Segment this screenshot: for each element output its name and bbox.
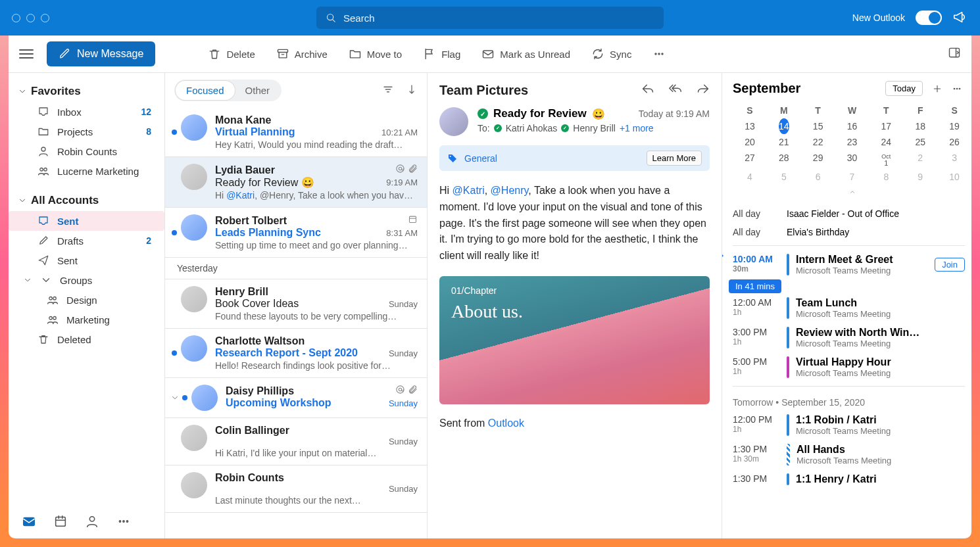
reply-all-icon[interactable] [669,82,682,98]
svg-point-9 [44,168,47,172]
calendar-day[interactable]: 24 [869,134,903,150]
sidebar-item-design[interactable]: Design [9,290,164,310]
calendar-day[interactable]: 4 [733,169,767,185]
signature-link[interactable]: Outlook [488,417,524,429]
window-controls[interactable] [12,14,49,22]
calendar-day[interactable]: 13 [733,118,767,134]
sidebar-item-sent[interactable]: Sent [9,211,164,231]
people-nav-icon[interactable] [85,514,99,531]
calendar-day[interactable]: 8 [869,169,903,185]
mention[interactable]: @Henry [491,185,529,196]
sidebar-item-inbox[interactable]: Inbox12 [9,102,164,122]
calendar-day[interactable]: 2 [903,150,937,169]
calendar-day[interactable]: 29 [801,150,835,169]
calendar-day[interactable]: 27 [733,150,767,169]
sidebar-item-robin-counts[interactable]: Robin Counts [9,141,164,161]
mark-unread-button[interactable]: Mark as Unread [478,47,574,61]
calendar-options-icon[interactable] [952,83,962,94]
more-recipients[interactable]: +1 more [620,123,654,133]
add-event-icon[interactable] [932,83,943,94]
allday-event[interactable]: All dayElvia's Birthday [733,223,965,241]
calendar-day[interactable]: 17 [869,118,903,134]
agenda-event[interactable]: 10:00 AM30mIntern Meet & GreetMicrosoft … [733,250,965,279]
join-button[interactable]: Join [935,258,965,272]
filter-icon[interactable] [382,83,394,98]
agenda-event[interactable]: 12:00 AM1hTeam LunchMicrosoft Teams Meet… [733,293,965,323]
mail-nav-icon[interactable] [22,514,36,531]
calendar-day[interactable]: 3 [937,150,971,169]
feedback-icon[interactable] [952,10,967,26]
flag-button[interactable]: Flag [419,47,464,61]
search-input[interactable]: Search [316,7,664,29]
calendar-day[interactable]: 22 [801,134,835,150]
message-item[interactable]: Robert TolbertLeads Planning Sync8:31 AM… [165,208,427,258]
favorites-section[interactable]: Favorites [9,81,164,102]
message-item[interactable]: Charlotte WaltsonResearch Report - Sept … [165,329,427,378]
tab-focused[interactable]: Focused [176,81,235,100]
more-nav-icon[interactable] [116,514,131,531]
today-button[interactable]: Today [885,81,923,96]
calendar-day[interactable]: Oct1 [869,150,903,169]
agenda-event[interactable]: 1:30 PM1h 30mAll HandsMicrosoft Teams Me… [733,440,965,469]
reply-icon[interactable] [641,82,654,98]
message-item[interactable]: Mona KaneVirtual Planning10:21 AMHey Kat… [165,108,427,157]
calendar-day[interactable]: 6 [801,169,835,185]
new-outlook-toggle[interactable] [916,11,942,25]
panel-toggle-icon[interactable] [948,46,961,62]
calendar-day[interactable]: 25 [903,134,937,150]
sidebar-item-projects[interactable]: Projects8 [9,122,164,141]
sidebar-item-lucerne-marketing[interactable]: Lucerne Marketing [9,161,164,181]
calendar-day[interactable]: 15 [801,118,835,134]
message-item[interactable]: Daisy PhillipsUpcoming WorkshopSunday [165,378,427,418]
forward-icon[interactable] [697,82,710,98]
message-item[interactable]: Colin BallingerSundayHi Katri, I'd like … [165,418,427,465]
calendar-day[interactable]: 7 [835,169,870,185]
sidebar-item-groups[interactable]: Groups [9,270,164,290]
calendar-day[interactable]: 5 [767,169,801,185]
calendar-day[interactable]: 14 [767,118,801,134]
calendar-day[interactable]: 18 [903,118,937,134]
new-message-button[interactable]: New Message [47,41,155,66]
recipient[interactable]: Katri Ahokas [506,123,558,133]
agenda-event[interactable]: 3:00 PM1hReview with North Win…Microsoft… [733,323,965,352]
tab-other[interactable]: Other [235,81,281,100]
tag-name[interactable]: General [464,153,497,164]
sort-icon[interactable] [406,83,418,98]
calendar-day[interactable]: 23 [835,134,870,150]
mention[interactable]: @Katri [453,185,485,196]
allday-event[interactable]: All dayIsaac Fielder - Out of Office [733,204,965,223]
message-item[interactable]: Lydia BauerReady for Review 😀9:19 AMHi @… [165,157,427,208]
archive-button[interactable]: Archive [272,47,331,61]
agenda-event[interactable]: 5:00 PM1hVirtual Happy HourMicrosoft Tea… [733,352,965,382]
all-accounts-section[interactable]: All Accounts [9,190,164,211]
sidebar-item-deleted[interactable]: Deleted [9,329,164,349]
more-actions-button[interactable] [649,47,670,61]
calendar-day[interactable]: 28 [767,150,801,169]
sidebar-item-drafts[interactable]: Drafts2 [9,231,164,250]
calendar-day[interactable]: 16 [835,118,870,134]
message-item[interactable]: Robin CountsSundayLast minute thoughts o… [165,465,427,513]
svg-point-20 [397,165,404,172]
delete-button[interactable]: Delete [204,47,258,61]
agenda-event[interactable]: 1:30 PM1:1 Henry / Katri [733,469,965,489]
calendar-day[interactable]: 26 [937,134,971,150]
calendar-day[interactable]: 30 [835,150,870,169]
attachment-image[interactable]: 01/Chapter About us. [439,276,710,404]
sync-button[interactable]: Sync [587,47,635,61]
recipient[interactable]: Henry Brill [573,123,616,133]
sidebar-item-marketing[interactable]: Marketing [9,310,164,329]
calendar-nav-icon[interactable] [53,514,68,531]
learn-more-button[interactable]: Learn More [647,151,702,166]
calendar-day[interactable]: 10 [937,169,971,185]
calendar-day[interactable]: 9 [903,169,937,185]
calendar-day[interactable]: 21 [767,134,801,150]
calendar-day[interactable]: 20 [733,134,767,150]
message-item[interactable]: Henry BrillBook Cover IdeasSundayFound t… [165,279,427,329]
sidebar-item-sent[interactable]: Sent [9,250,164,270]
calendar-day[interactable]: 19 [937,118,971,134]
collapse-grid-icon[interactable] [733,186,971,198]
month-grid[interactable]: SMTWTFS131415161718192021222324252627282… [733,103,971,185]
agenda-event[interactable]: 12:00 PM1h1:1 Robin / KatriMicrosoft Tea… [733,410,965,440]
move-to-button[interactable]: Move to [345,47,406,61]
hamburger-menu[interactable] [19,49,34,59]
